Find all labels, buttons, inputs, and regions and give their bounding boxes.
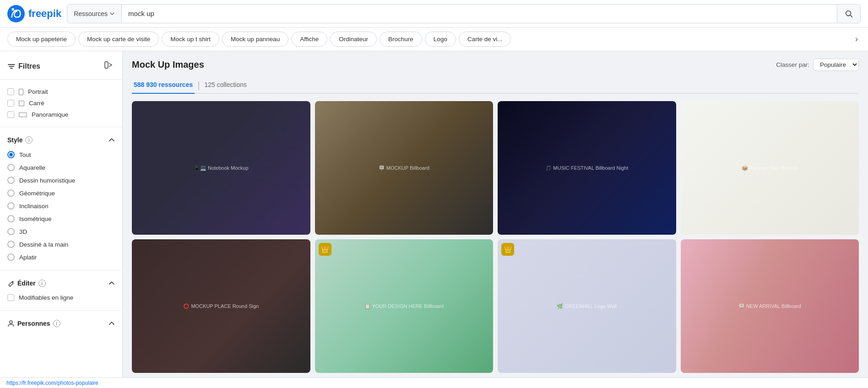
collapse-icon xyxy=(104,60,113,70)
tabs-container: Mock up papeterieMock up carte de visite… xyxy=(7,32,850,47)
category-tabs: Mock up papeterieMock up carte de visite… xyxy=(0,27,868,51)
category-tab[interactable]: Ordinateur xyxy=(330,32,377,47)
style-option-isométrique[interactable]: Isométrique xyxy=(7,212,115,225)
editer-info-icon[interactable]: i xyxy=(38,280,46,287)
orientation-checkbox-portrait[interactable] xyxy=(7,88,14,95)
search-category-dropdown[interactable]: Ressources xyxy=(67,5,122,23)
page-title: Mock Up Images xyxy=(132,59,204,70)
image-card-1[interactable]: 📱💻 Notebook Mockup xyxy=(132,101,310,235)
radio-empty[interactable] xyxy=(7,253,15,261)
style-option-aquarelle[interactable]: Aquarelle xyxy=(7,161,115,174)
editer-section-header[interactable]: Éditer i xyxy=(7,280,115,287)
style-options-list: ToutAquarelleDessin humoristiqueGéométri… xyxy=(7,148,115,264)
orientation-item-square[interactable]: Carré xyxy=(7,97,115,109)
style-label: Isométrique xyxy=(19,216,52,222)
search-input[interactable] xyxy=(122,5,837,23)
sort-label: Classer par: xyxy=(776,61,809,68)
image-card-8[interactable]: 🪧 NEW ARRIVAL Billboard xyxy=(681,239,859,373)
tab-resources[interactable]: 588 930 ressources xyxy=(132,77,195,94)
sidebar-orientation-section: PortraitCarréPanoramique xyxy=(0,80,122,124)
radio-empty[interactable] xyxy=(7,241,15,248)
style-title: Style i xyxy=(7,136,33,144)
image-card-6[interactable]: 📋 YOUR DESIGN HERE Billboard👑 xyxy=(315,239,494,373)
personnes-section-header[interactable]: Personnes i xyxy=(7,320,115,327)
status-url: https://fr.freepik.com/photos-populaire xyxy=(6,380,98,386)
image-card-7[interactable]: 🌿 GREENHILL Logo Wall👑 xyxy=(498,239,676,373)
search-button[interactable] xyxy=(837,5,860,23)
premium-badge: 👑 xyxy=(501,243,514,256)
style-label: Dessin humoristique xyxy=(19,177,75,184)
filter-icon xyxy=(7,62,16,70)
orientation-checkbox-square[interactable] xyxy=(7,100,14,107)
radio-empty[interactable] xyxy=(7,164,15,171)
chevron-up-icon-personnes xyxy=(108,320,115,327)
style-label: Dessiné à la main xyxy=(19,241,68,248)
tab-collections[interactable]: 125 collections xyxy=(202,77,249,94)
chevron-up-icon xyxy=(108,137,115,143)
main-content: Mock Up Images Classer par: Populaire 58… xyxy=(123,51,868,388)
style-option-tout[interactable]: Tout xyxy=(7,148,115,161)
style-option-inclinaison[interactable]: Inclinaison xyxy=(7,199,115,212)
style-option-aplatir[interactable]: Aplatir xyxy=(7,251,115,264)
radio-empty[interactable] xyxy=(7,202,15,210)
sidebar-editer-section: Éditer i Modifiables en ligne xyxy=(0,273,122,307)
sidebar: Filtres PortraitCarréPanoramique Style i xyxy=(0,51,123,388)
style-label: Aquarelle xyxy=(19,164,45,171)
style-section-header[interactable]: Style i xyxy=(7,136,115,144)
orientation-items: PortraitCarréPanoramique xyxy=(7,86,115,120)
category-tab[interactable]: Mock up t shirt xyxy=(162,32,219,47)
style-option-3d[interactable]: 3D xyxy=(7,225,115,238)
search-category-label: Ressources xyxy=(74,10,108,17)
header: freepik Ressources xyxy=(0,0,868,27)
style-option-dessin-humoristique[interactable]: Dessin humoristique xyxy=(7,174,115,187)
radio-empty[interactable] xyxy=(7,189,15,197)
style-option-dessiné-à-la-main[interactable]: Dessiné à la main xyxy=(7,238,115,251)
logo-text: freepik xyxy=(28,8,61,20)
category-tab[interactable]: Mock up papeterie xyxy=(7,32,76,47)
sidebar-collapse-button[interactable] xyxy=(102,59,115,74)
svg-rect-6 xyxy=(105,62,108,68)
style-option-géométrique[interactable]: Géométrique xyxy=(7,187,115,199)
sidebar-style-section: Style i ToutAquarelleDessin humoristique… xyxy=(0,130,122,267)
personnes-info-icon[interactable]: i xyxy=(53,320,60,327)
svg-line-8 xyxy=(109,65,112,66)
main-layout: Filtres PortraitCarréPanoramique Style i xyxy=(0,51,868,388)
logo[interactable]: freepik xyxy=(7,5,61,22)
svg-point-9 xyxy=(10,321,12,323)
image-card-2[interactable]: 🪧 MOCKUP Billboard xyxy=(315,101,494,235)
category-tab[interactable]: Carte de vi... xyxy=(459,32,511,47)
category-tab[interactable]: Affiche xyxy=(291,32,327,47)
style-label: Aplatir xyxy=(19,254,37,261)
sidebar-header: Filtres xyxy=(0,59,122,80)
edit-icon xyxy=(7,280,15,287)
radio-empty[interactable] xyxy=(7,228,15,235)
content-tabs: 588 930 ressources | 125 collections xyxy=(132,77,859,94)
tabs-next-arrow[interactable]: › xyxy=(852,32,861,47)
radio-empty[interactable] xyxy=(7,177,15,184)
style-label: Géométrique xyxy=(19,190,55,197)
editer-checkbox[interactable] xyxy=(7,294,14,301)
category-tab[interactable]: Mock up panneau xyxy=(222,32,288,47)
radio-empty[interactable] xyxy=(7,215,15,222)
image-card-4[interactable]: 📦 Package Box Mockup xyxy=(681,101,859,235)
image-card-3[interactable]: 🎵 MUSIC FESTIVAL Billboard Night xyxy=(498,101,676,235)
editer-option-online[interactable]: Modifiables en ligne xyxy=(7,291,115,304)
style-info-icon[interactable]: i xyxy=(25,136,33,144)
logo-icon xyxy=(7,5,25,22)
chevron-down-icon xyxy=(109,11,115,16)
style-label: Inclinaison xyxy=(19,203,49,210)
image-grid: 📱💻 Notebook Mockup🪧 MOCKUP Billboard🎵 MU… xyxy=(132,101,859,373)
orientation-checkbox-panorama[interactable] xyxy=(7,111,14,118)
personnes-title: Personnes i xyxy=(7,320,60,327)
image-card-5[interactable]: ⭕ MOCKUP PLACE Round Sign xyxy=(132,239,310,373)
category-tab[interactable]: Brochure xyxy=(380,32,422,47)
sort-select[interactable]: Populaire xyxy=(813,59,859,71)
persons-icon xyxy=(7,320,15,327)
orientation-item-panorama[interactable]: Panoramique xyxy=(7,109,115,120)
sidebar-title: Filtres xyxy=(7,62,40,70)
category-tab[interactable]: Logo xyxy=(425,32,456,47)
category-tab[interactable]: Mock up carte de visite xyxy=(78,32,159,47)
style-label: Tout xyxy=(19,151,31,158)
search-icon xyxy=(845,10,853,18)
orientation-item-portrait[interactable]: Portrait xyxy=(7,86,115,97)
